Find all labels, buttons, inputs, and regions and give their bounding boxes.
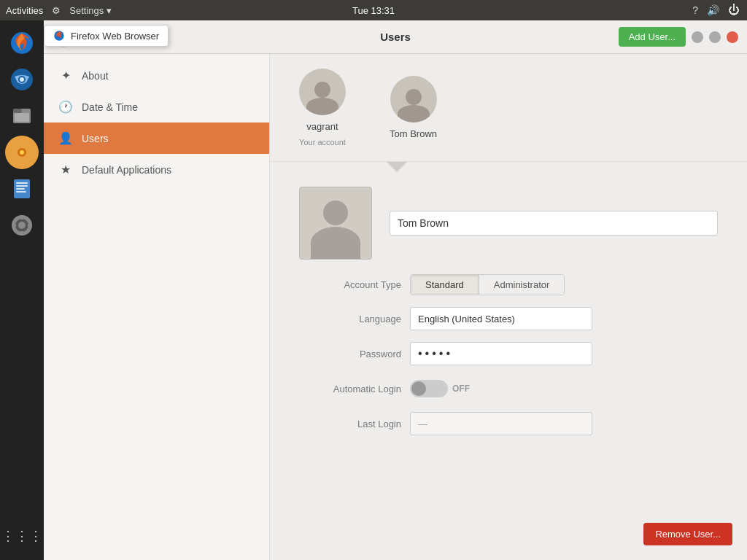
last-login-label: Last Login [299, 419, 401, 429]
dock-apps-grid[interactable]: ⋮⋮⋮ [5, 519, 39, 553]
sidebar-item-users[interactable]: 👤 Users [44, 122, 269, 154]
add-user-button[interactable]: Add User... [619, 27, 686, 47]
details-panel: Account Type Standard Administrator Lang… [270, 172, 747, 560]
dock-settings[interactable] [5, 209, 39, 242]
clock: Tue 13:31 [352, 5, 395, 16]
sidebar: ✦ About 🕐 Date & Time 👤 Users ★ Default … [44, 54, 270, 560]
svg-rect-20 [12, 224, 16, 227]
accessibility-icon[interactable]: ? [691, 4, 700, 16]
selection-arrow [387, 162, 407, 172]
star-icon: ★ [58, 163, 73, 176]
toggle-track[interactable] [410, 380, 448, 397]
selection-arrow-container [270, 162, 747, 172]
remove-user-button[interactable]: Remove User... [643, 523, 732, 545]
vagrant-name: vagrant [306, 121, 338, 132]
content-area: vagrant Your account Tom Brown [270, 54, 747, 560]
window-minimize-button[interactable] [692, 31, 703, 43]
window-maximize-button[interactable] [709, 31, 721, 43]
svg-rect-5 [13, 109, 22, 113]
sidebar-item-about-label: About [82, 70, 109, 82]
dock-sound[interactable] [5, 136, 39, 169]
vagrant-avatar [299, 69, 346, 115]
sidebar-item-default-apps-label: Default Applications [82, 164, 171, 176]
sidebar-item-about[interactable]: ✦ About [44, 60, 269, 91]
svg-rect-18 [20, 215, 23, 219]
auto-login-toggle[interactable]: OFF [410, 377, 470, 400]
user-list: vagrant Your account Tom Brown [270, 54, 747, 162]
dock-writer[interactable] [5, 172, 39, 206]
user-card-vagrant[interactable]: vagrant Your account [299, 69, 346, 147]
last-login-input [410, 412, 592, 435]
dock: ⋮⋮⋮ [0, 20, 44, 560]
svg-rect-13 [16, 188, 25, 190]
svg-rect-12 [16, 185, 28, 187]
svg-rect-21 [28, 224, 32, 227]
window-title: Users [380, 31, 411, 43]
firefox-tooltip-icon [53, 30, 65, 42]
sidebar-item-default-apps[interactable]: ★ Default Applications [44, 154, 269, 185]
firefox-tooltip-text: Firefox Web Browser [71, 31, 159, 42]
standard-account-button[interactable]: Standard [411, 275, 479, 295]
tom-brown-name: Tom Brown [390, 128, 437, 139]
volume-icon[interactable]: 🔊 [705, 4, 721, 16]
svg-rect-19 [20, 231, 23, 236]
language-label: Language [299, 314, 401, 324]
sidebar-item-users-label: Users [82, 133, 109, 144]
about-icon: ✦ [58, 69, 73, 82]
language-input[interactable] [410, 307, 592, 330]
password-label: Password [299, 349, 401, 359]
users-icon: 👤 [58, 131, 73, 145]
user-card-tom-brown[interactable]: Tom Brown [390, 76, 437, 139]
dock-files[interactable] [5, 99, 39, 133]
password-row: Password [299, 342, 718, 365]
dock-firefox[interactable] [5, 26, 39, 60]
full-name-input[interactable] [390, 211, 718, 236]
toggle-thumb [411, 381, 426, 396]
svg-rect-14 [16, 191, 26, 192]
sidebar-item-datetime[interactable]: 🕐 Date & Time [44, 91, 269, 122]
settings-menu[interactable]: Settings ▾ [69, 5, 112, 16]
account-type-group: Standard Administrator [410, 274, 565, 295]
user-photo[interactable] [299, 187, 372, 260]
account-type-label: Account Type [299, 279, 401, 290]
svg-point-3 [20, 77, 24, 82]
password-input[interactable] [410, 342, 592, 365]
power-icon[interactable]: ⏻ [727, 4, 741, 17]
language-row: Language [299, 307, 718, 330]
main-layout: ✦ About 🕐 Date & Time 👤 Users ★ Default … [44, 54, 747, 560]
firefox-tooltip: Firefox Web Browser [44, 25, 169, 47]
window-close-button[interactable] [727, 31, 738, 43]
sidebar-item-datetime-label: Date & Time [82, 101, 138, 113]
toggle-off-label: OFF [452, 384, 470, 394]
vagrant-subtitle: Your account [299, 138, 346, 147]
tom-brown-avatar [390, 76, 437, 122]
clock-icon: 🕐 [58, 100, 73, 114]
last-login-row: Last Login [299, 412, 718, 435]
svg-rect-6 [15, 113, 29, 122]
window-titlebar: ‹ Details Firefox Web Browser Users Add … [44, 20, 747, 54]
activities-button[interactable]: Activities [6, 5, 43, 16]
topbar: Activities ⚙ Settings ▾ Tue 13:31 ? 🔊 ⏻ [0, 0, 747, 20]
account-type-row: Account Type Standard Administrator [299, 274, 718, 295]
settings-gear-icon: ⚙ [52, 5, 61, 16]
administrator-account-button[interactable]: Administrator [479, 275, 565, 295]
dock-thunderbird[interactable] [5, 63, 39, 96]
auto-login-label: Automatic Login [299, 384, 401, 394]
svg-point-9 [20, 150, 24, 155]
auto-login-row: Automatic Login OFF [299, 377, 718, 400]
svg-point-17 [18, 222, 26, 229]
svg-rect-11 [16, 182, 28, 184]
